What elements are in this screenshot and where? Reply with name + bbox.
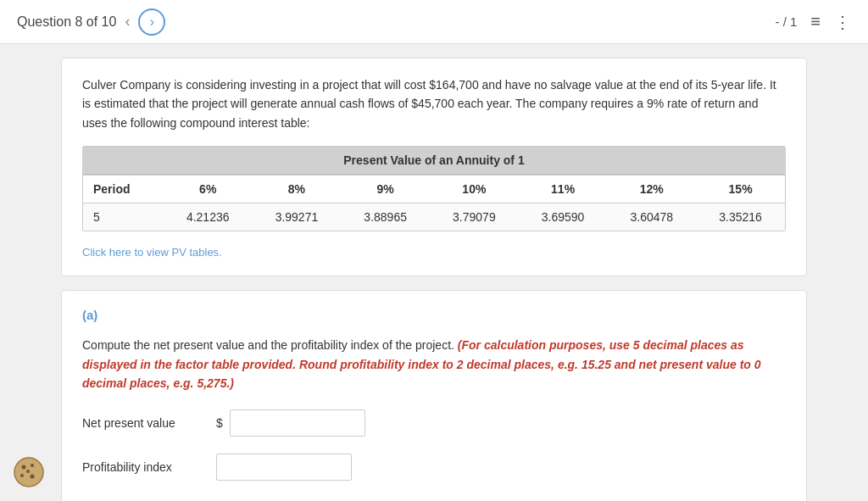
part-a-label: (a): [82, 308, 786, 322]
header-right: - / 1 ≡ ⋮: [775, 12, 851, 32]
col-header-period: Period: [83, 175, 164, 203]
net-present-value-label: Net present value: [82, 416, 209, 430]
table-row: 54.212363.992713.889653.790793.695903.60…: [83, 203, 785, 231]
instruction-normal: Compute the net present value and the pr…: [82, 338, 454, 352]
pv-table: Period 6% 8% 9% 10% 11% 12% 15% 54.21236…: [83, 175, 785, 231]
instruction-text: Compute the net present value and the pr…: [82, 336, 786, 392]
more-options-button[interactable]: ⋮: [834, 12, 851, 32]
svg-point-1: [22, 465, 26, 470]
col-header-12: 12%: [607, 175, 696, 203]
col-header-9: 9%: [341, 175, 430, 203]
col-header-10: 10%: [430, 175, 519, 203]
svg-point-4: [31, 475, 35, 479]
col-header-11: 11%: [519, 175, 608, 203]
score-label: - / 1: [775, 14, 797, 29]
dollar-sign: $: [216, 416, 223, 430]
main-content: Culver Company is considering investing …: [27, 44, 841, 501]
question-text: Culver Company is considering investing …: [82, 75, 786, 132]
header: Question 8 of 10 ‹ › - / 1 ≡ ⋮: [0, 0, 868, 44]
net-present-value-input[interactable]: [230, 409, 365, 437]
list-icon-button[interactable]: ≡: [810, 12, 821, 31]
profitability-index-input[interactable]: [216, 454, 352, 481]
pv-table-title: Present Value of an Annuity of 1: [83, 147, 785, 175]
svg-point-5: [26, 470, 30, 473]
profitability-index-label: Profitability index: [82, 460, 209, 474]
profitability-index-row: Profitability index: [82, 454, 786, 481]
answer-card: (a) Compute the net present value and th…: [61, 290, 807, 501]
table-header-row: Period 6% 8% 9% 10% 11% 12% 15%: [83, 175, 785, 203]
col-header-8: 8%: [253, 175, 342, 203]
question-counter: Question 8 of 10: [17, 14, 116, 30]
question-card: Culver Company is considering investing …: [61, 58, 807, 276]
svg-point-3: [20, 474, 24, 477]
cookie-icon[interactable]: [14, 457, 44, 487]
nav-prev-button[interactable]: ‹: [125, 13, 130, 31]
pv-table-wrapper: Present Value of an Annuity of 1 Period …: [82, 146, 786, 231]
pv-tables-link[interactable]: Click here to view PV tables.: [82, 246, 222, 259]
nav-next-button[interactable]: ›: [138, 8, 165, 36]
header-left: Question 8 of 10 ‹ ›: [17, 8, 165, 36]
col-header-6: 6%: [164, 175, 253, 203]
net-present-value-row: Net present value $: [82, 409, 786, 437]
col-header-15: 15%: [696, 175, 785, 203]
svg-point-2: [31, 464, 34, 467]
